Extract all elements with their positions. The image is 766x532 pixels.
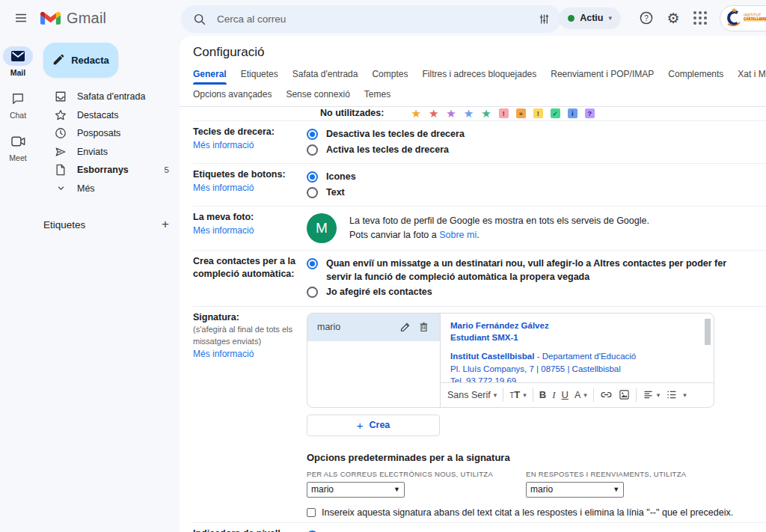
signature-preview[interactable]: Mario Fernández Gálvez Estudiant SMX-1 I…: [441, 314, 714, 382]
rail-item-mail[interactable]: Mail: [3, 46, 33, 77]
gmail-logo[interactable]: Gmail: [40, 10, 168, 27]
new-emails-label: PER ALS CORREUS ELECTRÒNICS NOUS, UTILIT…: [307, 470, 493, 478]
more-formatting-button[interactable]: ▾: [683, 391, 687, 399]
help-button[interactable]: ?: [634, 3, 658, 33]
rail-item-chat[interactable]: Chat: [3, 89, 33, 120]
tab-reenviament[interactable]: Reenviament i POP/IMAP: [551, 69, 654, 85]
tab-filtres[interactable]: Filtres i adreces bloquejades: [422, 69, 536, 85]
sidebar-item-more[interactable]: Més: [36, 180, 180, 198]
sidebar-item-inbox[interactable]: Safata d'entrada: [36, 88, 180, 106]
status-selector[interactable]: Actiu ▾: [559, 7, 621, 29]
edit-signature-button[interactable]: [396, 322, 414, 332]
setting-label: Tecles de drecera:: [193, 126, 307, 138]
sidebar-item-drafts[interactable]: Esborranys 5: [36, 161, 180, 180]
sidebar-item-sent[interactable]: Enviats: [36, 143, 180, 162]
star-option-icon[interactable]: ★: [481, 108, 491, 118]
app-rail: Mail Chat Meet: [0, 36, 36, 532]
sidebar-item-starred[interactable]: Destacats: [36, 106, 180, 125]
search-bar[interactable]: Cerca al correu: [181, 5, 561, 33]
settings-button[interactable]: ⚙: [661, 3, 685, 33]
gmail-wordmark: Gmail: [67, 10, 106, 27]
setting-my-photo: La meva foto: Més informació M La teva f…: [193, 207, 766, 251]
create-signature-button[interactable]: + Crea: [307, 415, 440, 436]
scrollbar-thumb[interactable]: [705, 319, 711, 345]
sidebar-item-snoozed[interactable]: Posposats: [36, 124, 180, 143]
tab-comptes[interactable]: Comptes: [372, 69, 408, 85]
create-label-button[interactable]: +: [162, 217, 169, 232]
radio-shortcuts-on[interactable]: [307, 144, 318, 156]
list-button[interactable]: [666, 389, 677, 400]
page-title: Configuració: [180, 36, 766, 60]
star-option-icon[interactable]: ★: [464, 108, 474, 118]
insert-link-button[interactable]: [600, 388, 613, 401]
star-option-icon[interactable]: ★: [429, 108, 438, 118]
more-info-link[interactable]: Més informació: [193, 183, 307, 193]
checkbox-label: Insereix aquesta signatura abans del tex…: [322, 507, 733, 518]
labels-header-title: Etiquetes: [43, 219, 85, 230]
replies-signature-select[interactable]: mario ▼: [526, 482, 624, 498]
radio-auto-add-contacts[interactable]: [307, 258, 318, 269]
search-input[interactable]: Cerca al correu: [217, 13, 538, 25]
rail-label-mail: Mail: [10, 68, 25, 77]
settings-panel: Configuració General Etiquetes Safata d'…: [180, 36, 766, 532]
search-options-icon[interactable]: [538, 13, 551, 25]
radio-label: Sense indicadors: [326, 530, 404, 532]
align-left-icon: [643, 389, 654, 400]
help-icon: ?: [639, 10, 654, 25]
tab-general[interactable]: General: [193, 69, 227, 85]
badge-option-icon[interactable]: ✓: [551, 108, 560, 118]
more-info-link[interactable]: Més informació: [193, 225, 307, 236]
radio-manual-contacts[interactable]: [307, 287, 318, 298]
star-option-icon[interactable]: ★: [411, 108, 420, 118]
rail-label-meet: Meet: [9, 153, 26, 162]
star-option-icon[interactable]: ★: [446, 108, 456, 118]
google-apps-button[interactable]: [688, 3, 712, 33]
top-bar: Gmail Cerca al correu Actiu ▾ ? ⚙ ★: [0, 0, 766, 36]
insert-image-button[interactable]: [619, 389, 630, 400]
about-me-link[interactable]: Sobre mi: [439, 230, 477, 240]
more-info-link[interactable]: Més informació: [193, 349, 307, 359]
italic-button[interactable]: I: [552, 389, 555, 401]
radio-shortcuts-off[interactable]: [307, 129, 318, 140]
tab-etiquetes[interactable]: Etiquetes: [241, 69, 278, 85]
radio-label: Quan enviï un missatge a un destinatari …: [326, 257, 754, 284]
underline-button[interactable]: U: [562, 389, 569, 400]
bold-button[interactable]: B: [539, 389, 546, 400]
badge-option-icon[interactable]: !: [533, 108, 543, 118]
badge-option-icon[interactable]: i: [568, 108, 577, 118]
font-size-selector[interactable]: TT▾: [509, 389, 527, 400]
tab-safata[interactable]: Safata d'entrada: [292, 69, 358, 85]
insert-before-quote-checkbox[interactable]: [307, 508, 316, 517]
profile-avatar[interactable]: M: [307, 213, 337, 243]
chevron-down-icon: ▼: [613, 486, 619, 493]
gmail-m-icon: [40, 10, 61, 26]
badge-option-icon[interactable]: »: [516, 108, 526, 118]
signature-list-item[interactable]: mario: [307, 314, 440, 341]
stars-unused-label: No utilitzades:: [320, 108, 384, 118]
sig-line: Tel. 93 772 19 69: [450, 375, 699, 382]
badge-option-icon[interactable]: !: [499, 108, 509, 118]
tab-temes[interactable]: Temes: [364, 89, 390, 106]
tab-complements[interactable]: Complements: [668, 69, 723, 85]
compose-button[interactable]: Redacta: [43, 43, 118, 77]
signature-name: mario: [317, 322, 396, 332]
rail-item-meet[interactable]: Meet: [3, 132, 33, 162]
tab-sense-connexio[interactable]: Sense connexió: [286, 89, 349, 106]
radio-text[interactable]: [307, 187, 318, 198]
more-info-link[interactable]: Més informació: [193, 140, 307, 150]
status-active-dot: [568, 15, 574, 22]
setting-label: Indicadors de nivell personal:: [193, 528, 307, 532]
tab-opcions-avancades[interactable]: Opcions avançades: [193, 89, 272, 106]
main-menu-button[interactable]: [6, 3, 36, 33]
account-org-badge[interactable]: ★ INSTITUT CASTELLBISBAL: [720, 5, 766, 31]
align-button[interactable]: ▾: [643, 389, 661, 400]
new-emails-signature-select[interactable]: mario ▼: [307, 482, 405, 498]
signature-sublabel: (s'afegirà al final de tots els missatge…: [193, 324, 307, 347]
font-family-selector[interactable]: Sans Serif▾: [447, 390, 497, 400]
tab-xat-meet[interactable]: Xat i Meet: [738, 69, 766, 85]
radio-icons[interactable]: [307, 171, 318, 183]
delete-signature-button[interactable]: [414, 322, 432, 332]
badge-option-icon[interactable]: ?: [585, 108, 595, 118]
text-color-button[interactable]: A▾: [574, 390, 587, 400]
setting-personal-indicators: Indicadors de nivell personal: Sense ind…: [193, 523, 766, 532]
